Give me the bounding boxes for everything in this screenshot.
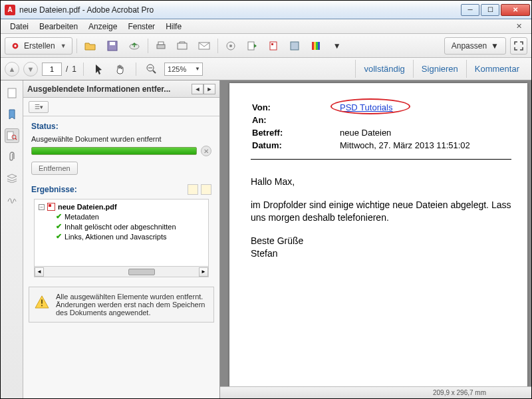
zoom-out-icon — [146, 64, 157, 74]
open-button[interactable] — [81, 37, 100, 55]
edit-pdf-button[interactable] — [265, 37, 282, 55]
svg-rect-7 — [178, 43, 187, 49]
page-icon — [7, 88, 17, 98]
pdf-page[interactable]: Von: PSD Tutorials An: Betreff: neue Dat… — [229, 83, 527, 398]
layers-icon — [7, 174, 17, 183]
tree-item[interactable]: ✔Inhalt gelöscht oder abgeschnitten — [39, 221, 204, 231]
progress-bar — [31, 147, 197, 155]
scan-button[interactable] — [222, 37, 239, 55]
remove-button[interactable]: Entfernen — [31, 162, 78, 175]
sidebar-icons — [1, 80, 23, 398]
results-tree: − neue Dateien.pdf ✔Metadaten ✔Inhalt ge… — [34, 199, 209, 277]
scroll-left-button[interactable]: ◄ — [35, 267, 44, 277]
status-heading: Status: — [31, 122, 211, 131]
panel-next-button[interactable]: ► — [203, 84, 215, 94]
more-button[interactable]: ▼ — [329, 37, 346, 55]
tree-item-label: Metadaten — [65, 213, 99, 221]
svg-rect-11 — [248, 42, 254, 50]
maximize-button[interactable]: ☐ — [481, 4, 499, 16]
link-signieren[interactable]: Signieren — [413, 60, 466, 78]
form-icon — [289, 41, 300, 51]
caret-down-icon: ▼ — [195, 66, 202, 72]
attachments-tab[interactable] — [5, 150, 19, 164]
mdi-close-icon[interactable]: ✕ — [511, 21, 527, 32]
cloud-button[interactable] — [125, 37, 144, 55]
mail-button[interactable] — [195, 37, 213, 55]
menu-datei[interactable]: Datei — [5, 21, 34, 33]
hand-tool[interactable] — [112, 61, 129, 78]
thumbnails-tab[interactable] — [5, 86, 19, 100]
panel-options-row: ☰▾ — [23, 98, 219, 116]
export-button[interactable] — [243, 37, 261, 55]
page-up-button[interactable]: ▲ — [5, 62, 19, 76]
svg-rect-22 — [8, 88, 16, 98]
label-to: An: — [252, 114, 338, 126]
page-number-input[interactable] — [42, 63, 62, 76]
pdf-icon — [47, 203, 55, 211]
minimize-button[interactable]: ─ — [461, 4, 479, 16]
bookmarks-tab[interactable] — [5, 107, 19, 122]
panel-prev-button[interactable]: ◄ — [192, 84, 203, 94]
right-panel-links: vollständig Signieren Kommentar — [355, 60, 527, 78]
form-button[interactable] — [286, 37, 303, 55]
menu-fenster[interactable]: Fenster — [122, 21, 160, 33]
create-button[interactable]: Erstellen ▼ — [5, 37, 72, 55]
print-button[interactable] — [152, 37, 170, 55]
share-icon — [177, 41, 188, 51]
svg-rect-3 — [110, 42, 115, 45]
zoom-out-button[interactable] — [143, 61, 160, 78]
link-kommentar[interactable]: Kommentar — [466, 60, 527, 78]
closing-line2: Stefan — [251, 248, 277, 259]
fullscreen-button[interactable] — [510, 37, 527, 55]
status-message: Ausgewählte Dokument wurden entfernt — [31, 135, 211, 143]
label-subject: Betreff: — [252, 127, 338, 138]
scroll-thumb[interactable] — [128, 269, 155, 275]
panel-notice: Alle ausgewählten Elemente wurden entfer… — [29, 287, 214, 323]
collapse-all-button[interactable] — [201, 184, 211, 195]
cursor-icon — [94, 64, 104, 74]
expand-all-button[interactable] — [188, 184, 198, 195]
tree-scrollbar[interactable]: ◄ ► — [35, 266, 208, 277]
tree-root-label: neue Dateien.pdf — [58, 203, 117, 211]
cancel-progress-button[interactable]: ✕ — [201, 146, 211, 156]
menu-hilfe[interactable]: Hilfe — [160, 21, 187, 33]
share-button[interactable] — [174, 37, 191, 55]
body-paragraph: im Dropfolder sind einige wichtige neue … — [251, 199, 511, 224]
multimedia-button[interactable] — [307, 37, 325, 55]
sender-text: PSD Tutorials — [340, 102, 392, 112]
select-tool[interactable] — [90, 61, 108, 78]
panel-options-button[interactable]: ☰▾ — [29, 101, 49, 113]
closing-line1: Beste Grüße — [251, 235, 303, 246]
svg-point-10 — [229, 45, 232, 47]
greeting: Hallo Max, — [251, 176, 511, 188]
create-label: Erstellen — [24, 41, 55, 51]
svg-rect-5 — [157, 45, 165, 49]
zoom-select[interactable]: 125%▼ — [164, 63, 203, 76]
close-button[interactable]: ✕ — [501, 4, 530, 16]
tree-root-row[interactable]: − neue Dateien.pdf — [39, 202, 204, 211]
subject-value: neue Dateien — [340, 127, 470, 138]
tree-item[interactable]: ✔Links, Aktionen und Javascripts — [39, 231, 204, 241]
save-button[interactable] — [104, 37, 121, 55]
warning-icon — [35, 295, 49, 309]
expand-icon — [514, 41, 523, 51]
pdf-edit-icon — [268, 41, 279, 51]
floppy-icon — [107, 41, 118, 51]
sender-link[interactable]: PSD Tutorials — [340, 102, 392, 112]
customize-button[interactable]: Anpassen ▼ — [444, 37, 506, 55]
signatures-tab[interactable] — [5, 192, 19, 207]
layers-tab[interactable] — [5, 171, 19, 186]
collapse-icon[interactable]: − — [39, 204, 45, 210]
check-icon: ✔ — [56, 212, 62, 221]
page-down-button[interactable]: ▼ — [23, 62, 38, 76]
redaction-tab[interactable] — [5, 128, 19, 143]
app-icon: A — [5, 5, 15, 15]
email-header: Von: PSD Tutorials An: Betreff: neue Dat… — [251, 100, 471, 152]
menu-bearbeiten[interactable]: Bearbeiten — [34, 21, 83, 33]
tree-item[interactable]: ✔Metadaten — [39, 211, 204, 221]
link-vollstaendig[interactable]: vollständig — [355, 60, 412, 78]
scroll-right-button[interactable]: ► — [199, 267, 208, 277]
main-area: Ausgeblendete Informationen entfer... ◄ … — [1, 80, 531, 398]
toolbar-nav: ▲ ▼ / 1 125%▼ vollständig Signieren Komm… — [1, 58, 531, 80]
menu-anzeige[interactable]: Anzeige — [83, 21, 122, 33]
